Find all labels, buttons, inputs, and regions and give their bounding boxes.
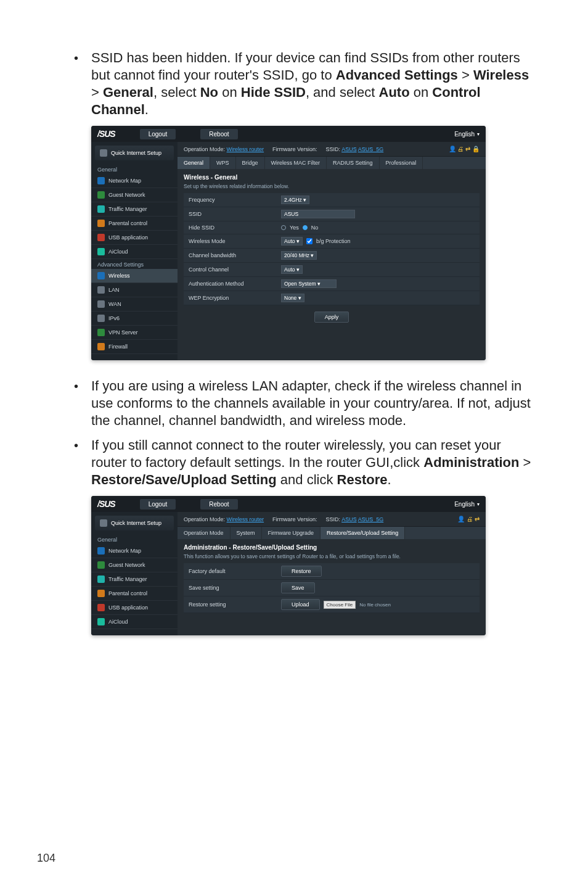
ssid-24-link[interactable]: ASUS xyxy=(341,146,357,152)
label: WAN xyxy=(108,301,121,307)
tab-restore-save-upload[interactable]: Restore/Save/Upload Setting xyxy=(321,527,405,539)
sidebar-item-network-map[interactable]: Network Map xyxy=(91,544,178,558)
sidebar-item-network-map[interactable]: Network Map xyxy=(91,174,178,188)
panel-subtitle: Set up the wireless related information … xyxy=(184,183,480,189)
sidebar-item-aicloud[interactable]: AiCloud xyxy=(91,615,178,629)
tab-bridge[interactable]: Bridge xyxy=(236,157,265,169)
sidebar-item-parental-control[interactable]: Parental control xyxy=(91,217,178,231)
op-mode-label: Operation Mode: xyxy=(184,516,225,522)
row-wep-encryption: WEP Encryption None xyxy=(184,291,480,305)
ssid-label: SSID: xyxy=(326,146,341,152)
tab-general[interactable]: General xyxy=(178,157,210,169)
row-frequency: Frequency 2.4GHz xyxy=(184,193,480,207)
text: . xyxy=(388,472,391,487)
sidebar-item-traffic-manager[interactable]: Traffic Manager xyxy=(91,572,178,587)
sidebar-item-traffic-manager[interactable]: Traffic Manager xyxy=(91,202,178,217)
tab-professional[interactable]: Professional xyxy=(380,157,423,169)
bullet-1-text: SSID has been hidden. If your device can… xyxy=(91,49,533,118)
tab-firmware-upgrade[interactable]: Firmware Upgrade xyxy=(262,527,321,539)
frequency-select[interactable]: 2.4GHz xyxy=(281,196,309,204)
sidebar-item-usb-application[interactable]: USB application xyxy=(91,601,178,615)
quick-internet-setup[interactable]: Quick Internet Setup xyxy=(95,146,174,160)
tab-wps[interactable]: WPS xyxy=(210,157,236,169)
reboot-button[interactable]: Reboot xyxy=(200,129,237,139)
choose-file-button[interactable]: Choose File xyxy=(324,601,356,609)
tab-radius[interactable]: RADIUS Setting xyxy=(327,157,380,169)
label: LAN xyxy=(108,287,120,293)
row-auth-method: Authentication Method Open System xyxy=(184,277,480,291)
fw-label: Firmware Version: xyxy=(272,516,317,522)
restore-button[interactable]: Restore xyxy=(281,566,322,577)
panel-title: Wireless - General xyxy=(184,174,480,181)
label: Save setting xyxy=(184,582,276,594)
auth-select[interactable]: Open System xyxy=(281,279,337,288)
panel-restore: Administration - Restore/Save/Upload Set… xyxy=(178,539,486,622)
section-general: General xyxy=(91,164,178,174)
shield-icon xyxy=(97,343,105,350)
save-button[interactable]: Save xyxy=(281,582,315,593)
bold: Auto xyxy=(379,85,410,100)
wep-select[interactable]: None xyxy=(281,294,304,302)
logo: /SUS xyxy=(97,499,115,509)
text: and click xyxy=(277,472,337,487)
sidebar-item-parental-control[interactable]: Parental control xyxy=(91,587,178,601)
language-dropdown[interactable]: English xyxy=(454,501,480,508)
label: Guest Network xyxy=(108,192,145,198)
text: > xyxy=(91,85,103,100)
bold: Wireless xyxy=(473,67,529,83)
text: on xyxy=(410,85,433,100)
sidebar-item-wan[interactable]: WAN xyxy=(91,297,178,311)
tab-operation-mode[interactable]: Operation Mode xyxy=(178,527,231,539)
tab-system[interactable]: System xyxy=(231,527,262,539)
no-label: No xyxy=(311,225,319,231)
traffic-icon xyxy=(97,205,105,213)
row-save-setting: Save setting Save xyxy=(184,580,480,596)
logout-button[interactable]: Logout xyxy=(140,129,176,139)
apply-button[interactable]: Apply xyxy=(314,311,349,323)
upload-button[interactable]: Upload xyxy=(281,599,320,610)
op-mode-link[interactable]: Wireless router xyxy=(227,146,264,152)
sidebar-item-vpn-server[interactable]: VPN Server xyxy=(91,326,178,340)
tabs: Operation Mode System Firmware Upgrade R… xyxy=(178,527,486,539)
mode-select[interactable]: Auto xyxy=(281,237,303,245)
ssid-24-link[interactable]: ASUS xyxy=(341,516,357,522)
ssid-5-link[interactable]: ASUS_5G xyxy=(358,146,384,152)
bullet-dot: • xyxy=(74,377,91,429)
row-ssid: SSID ASUS xyxy=(184,207,480,221)
bg-label: b/g Protection xyxy=(316,238,351,244)
op-mode-link[interactable]: Wireless router xyxy=(227,516,264,522)
qis-label: Quick Internet Setup xyxy=(111,150,161,156)
language-dropdown[interactable]: English xyxy=(454,131,480,138)
ssid-5-link[interactable]: ASUS_5G xyxy=(358,516,384,522)
label: Hide SSID xyxy=(184,221,276,234)
channel-select[interactable]: Auto xyxy=(281,265,303,274)
sidebar-item-aicloud[interactable]: AiCloud xyxy=(91,245,178,259)
page-number: 104 xyxy=(37,852,55,865)
hide-ssid-no-radio[interactable] xyxy=(303,225,308,230)
nav-advanced: Wireless LAN WAN IPv6 VPN Server Firewal… xyxy=(91,269,178,354)
logout-button[interactable]: Logout xyxy=(140,499,176,510)
ssid-input[interactable]: ASUS xyxy=(281,210,355,218)
row-control-channel: Control Channel Auto xyxy=(184,263,480,277)
sidebar-item-usb-application[interactable]: USB application xyxy=(91,231,178,245)
label: Factory default xyxy=(184,565,276,577)
hide-ssid-yes-radio[interactable] xyxy=(281,225,286,230)
sidebar-item-firewall[interactable]: Firewall xyxy=(91,340,178,354)
label: Network Map xyxy=(108,548,141,554)
bg-protection-checkbox[interactable] xyxy=(306,238,312,244)
quick-internet-setup[interactable]: Quick Internet Setup xyxy=(95,516,174,530)
text: > xyxy=(458,67,473,83)
bullet-dot: • xyxy=(74,49,91,118)
reboot-button[interactable]: Reboot xyxy=(200,499,237,510)
sidebar-item-lan[interactable]: LAN xyxy=(91,283,178,297)
bandwidth-select[interactable]: 20/40 MHz xyxy=(281,251,317,260)
tab-mac-filter[interactable]: Wireless MAC Filter xyxy=(265,157,327,169)
text: , and select xyxy=(306,85,379,100)
network-icon xyxy=(97,177,105,184)
qis-label: Quick Internet Setup xyxy=(111,520,161,526)
sidebar-item-wireless[interactable]: Wireless xyxy=(91,269,178,283)
sidebar-item-guest-network[interactable]: Guest Network xyxy=(91,188,178,202)
guest-icon xyxy=(97,561,105,569)
sidebar-item-guest-network[interactable]: Guest Network xyxy=(91,558,178,572)
sidebar-item-ipv6[interactable]: IPv6 xyxy=(91,311,178,326)
